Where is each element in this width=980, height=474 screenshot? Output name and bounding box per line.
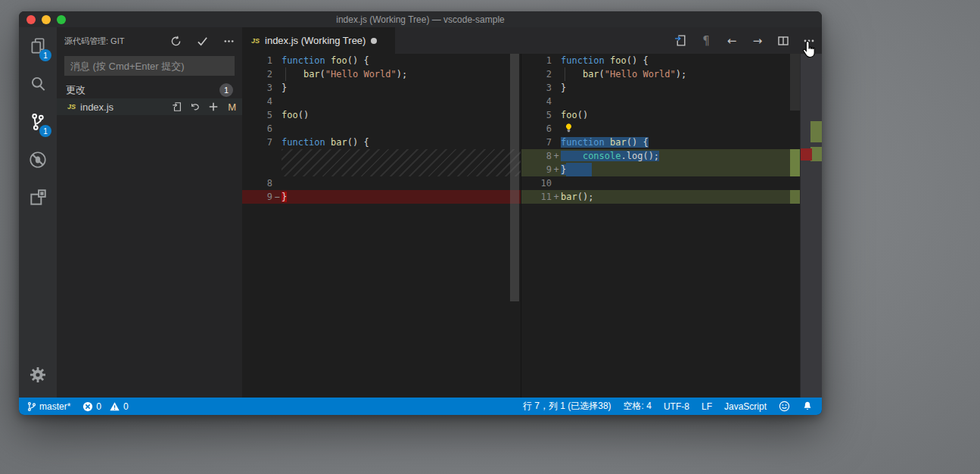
tab-label: index.js (Working Tree) xyxy=(265,35,366,46)
diff-line[interactable]: 8+ console.log(); xyxy=(521,149,800,163)
eol-indicator[interactable]: LF xyxy=(702,401,712,412)
sidebar-item-explorer[interactable]: 1 xyxy=(19,27,57,65)
sidebar-item-source-control[interactable]: 1 xyxy=(19,103,57,141)
warning-icon xyxy=(109,401,120,412)
changes-label: 更改 xyxy=(66,83,219,97)
diff-line[interactable]: 2 bar("Hello World"); xyxy=(242,67,521,81)
diff-line[interactable]: 2 bar("Hello World"); xyxy=(521,67,800,81)
added-ruler-mark xyxy=(810,121,822,142)
diff-line[interactable]: 5foo() xyxy=(242,108,521,122)
tab-bar: JS index.js (Working Tree) ¶ ← → xyxy=(242,27,822,54)
explorer-badge: 1 xyxy=(39,49,51,61)
diff-editor: JS index.js (Working Tree) ¶ ← → xyxy=(242,27,822,398)
diff-line[interactable]: 4 xyxy=(242,95,521,108)
added-ruler-mark xyxy=(810,147,822,161)
whitespace-icon[interactable]: ¶ xyxy=(698,33,714,49)
diff-line[interactable]: 6 xyxy=(521,122,800,136)
diff-line[interactable]: 1function foo() { xyxy=(242,54,521,67)
source-control-badge: 1 xyxy=(39,125,51,137)
diff-line[interactable]: 3} xyxy=(242,81,521,95)
changes-count-badge: 1 xyxy=(219,83,233,97)
diff-line[interactable]: 8 xyxy=(242,176,521,190)
original-pane: 1function foo() {2 bar("Hello World");3}… xyxy=(242,54,521,398)
error-count: 0 xyxy=(96,401,101,412)
cursor-position[interactable]: 行 7，列 1 (已选择38) xyxy=(523,400,611,413)
diff-line[interactable]: 4 xyxy=(521,95,800,108)
lightbulb-icon[interactable] xyxy=(564,123,574,133)
vscode-window: index.js (Working Tree) — vscode-sample … xyxy=(19,11,822,415)
git-branch-icon xyxy=(26,401,36,412)
settings-button[interactable] xyxy=(19,360,57,390)
open-file-icon[interactable] xyxy=(672,33,689,49)
source-control-sidebar: 源代码管理: GIT xyxy=(57,27,242,398)
split-editor-icon[interactable] xyxy=(775,33,792,49)
problems-indicator[interactable]: 0 0 xyxy=(82,401,128,412)
diff-overview-ruler[interactable] xyxy=(800,54,822,398)
diff-line[interactable]: 1function foo() { xyxy=(521,54,800,67)
commit-check-icon[interactable] xyxy=(197,36,208,47)
more-icon[interactable] xyxy=(223,36,235,47)
dirty-indicator-icon[interactable] xyxy=(371,38,377,44)
gear-icon xyxy=(29,366,47,384)
git-status-badge: M xyxy=(228,101,236,113)
extensions-icon xyxy=(28,188,48,207)
js-icon: JS xyxy=(67,103,76,111)
modified-pane: 1function foo() {2 bar("Hello World");3}… xyxy=(521,54,800,398)
branch-indicator[interactable]: master* xyxy=(26,401,70,412)
language-indicator[interactable]: JavaScript xyxy=(724,401,767,412)
discard-icon[interactable] xyxy=(190,101,201,112)
diff-line[interactable]: 10 xyxy=(521,176,800,190)
open-file-icon[interactable] xyxy=(172,101,182,112)
tab-index-js-working-tree[interactable]: JS index.js (Working Tree) xyxy=(242,27,395,54)
stage-plus-icon[interactable] xyxy=(208,101,219,112)
removed-ruler-mark xyxy=(801,148,812,161)
diff-view: 1function foo() {2 bar("Hello World");3}… xyxy=(242,54,822,398)
changed-file-row[interactable]: JS index.js xyxy=(57,98,242,115)
error-icon xyxy=(82,401,93,412)
branch-name: master* xyxy=(39,401,70,412)
diff-line[interactable]: 6 xyxy=(242,122,521,136)
activity-bar: 1 1 xyxy=(19,27,57,398)
traffic-lights xyxy=(26,11,66,27)
notifications-bell-icon[interactable] xyxy=(802,401,813,412)
diff-line[interactable]: 5foo() xyxy=(521,108,800,122)
feedback-smiley-icon[interactable] xyxy=(779,401,790,412)
status-bar: master* 0 0 行 7，列 1 (已选择38) 空格: 4 UTF xyxy=(19,398,822,415)
sidebar-item-extensions[interactable] xyxy=(19,179,57,217)
minimize-button[interactable] xyxy=(42,15,51,24)
changes-section-header[interactable]: 更改 1 xyxy=(57,82,242,98)
changed-file-name: index.js xyxy=(80,101,167,113)
close-button[interactable] xyxy=(26,15,36,24)
previous-change-icon[interactable]: ← xyxy=(723,33,740,49)
debug-disabled-icon xyxy=(28,150,48,170)
collapsed-region-hatch xyxy=(282,149,521,176)
warning-count: 0 xyxy=(123,401,129,412)
refresh-icon[interactable] xyxy=(170,36,182,47)
diff-line[interactable]: 7function bar() { xyxy=(242,136,521,149)
sidebar-title: 源代码管理: GIT xyxy=(64,36,170,47)
indentation-indicator[interactable]: 空格: 4 xyxy=(624,400,652,413)
diff-line[interactable]: 9+} xyxy=(521,163,800,176)
commit-message-input[interactable] xyxy=(64,56,235,76)
titlebar[interactable]: index.js (Working Tree) — vscode-sample xyxy=(19,11,822,27)
diff-line[interactable]: 9−} xyxy=(242,190,521,204)
mouse-cursor-hand xyxy=(801,40,819,61)
sidebar-item-debug[interactable] xyxy=(19,141,57,179)
diff-line[interactable]: 3} xyxy=(521,81,800,95)
editor-toolbar: ¶ ← → xyxy=(672,27,817,54)
next-change-icon[interactable]: → xyxy=(749,33,766,49)
diff-line[interactable]: 11+bar(); xyxy=(521,190,800,204)
js-icon: JS xyxy=(251,37,260,45)
zoom-button[interactable] xyxy=(57,15,66,24)
sidebar-item-search[interactable] xyxy=(19,65,57,103)
window-title: index.js (Working Tree) — vscode-sample xyxy=(19,14,822,25)
encoding-indicator[interactable]: UTF-8 xyxy=(664,401,689,412)
diff-line[interactable]: 7function bar() { xyxy=(521,136,800,149)
search-icon xyxy=(28,74,48,94)
